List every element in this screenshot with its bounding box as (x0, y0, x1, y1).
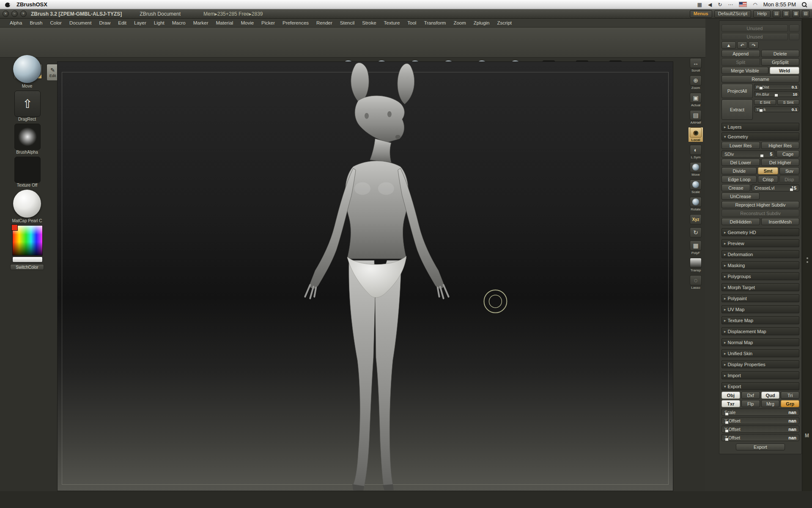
menu-item[interactable]: Layer (130, 19, 150, 28)
menu-item[interactable]: Zoom (450, 19, 469, 28)
export-slider[interactable]: Y Offset nan (721, 425, 799, 433)
menu-item[interactable]: Tool (403, 19, 420, 28)
thick-slider[interactable]: Thick 0.1 (754, 106, 799, 112)
layers-section-header[interactable]: Layers (721, 123, 799, 131)
projectall-button[interactable]: ProjectAll (721, 84, 753, 98)
unused-tool-slot[interactable]: Unused (721, 33, 788, 40)
suv-button[interactable]: Suv (779, 167, 799, 174)
current-brush-thumbnail[interactable] (13, 55, 41, 83)
zoom-window-button[interactable]: + (20, 11, 27, 17)
tool-section-header[interactable]: UV Map (721, 305, 799, 313)
slider-handle[interactable] (790, 188, 793, 191)
menu-item[interactable]: Alpha (6, 19, 26, 28)
tool-section-header[interactable]: Unified Skin (721, 349, 799, 357)
export-toggle-button[interactable]: Flp (741, 400, 760, 407)
export-toggle-button[interactable]: Obj (721, 392, 740, 399)
slider-handle[interactable] (725, 412, 729, 416)
alpha-selector[interactable] (14, 124, 41, 150)
secondary-color-bar[interactable] (12, 257, 43, 262)
extract-button[interactable]: Extract (721, 99, 753, 120)
slider-handle[interactable] (760, 154, 764, 157)
tool-section-header[interactable]: Polygroups (721, 272, 799, 280)
uncrease-button[interactable]: UnCrease (721, 193, 760, 200)
menubar-status-icon[interactable]: ▦ (697, 0, 702, 9)
edge-loop-button[interactable]: Edge Loop (721, 176, 757, 183)
menu-item[interactable]: Stencil (336, 19, 359, 28)
divide-button[interactable]: Divide (721, 167, 757, 174)
current-color-swatch[interactable] (11, 224, 18, 231)
collapsed-palette-tab[interactable]: M (805, 433, 809, 439)
export-button[interactable]: Export (736, 444, 785, 450)
tool-section-header[interactable]: Geometry HD (721, 228, 799, 236)
export-toggle-button[interactable]: Mrg (761, 400, 780, 407)
weld-button[interactable]: Weld (770, 67, 799, 74)
canvas-control-button[interactable]: ↻ (689, 227, 703, 237)
insertmesh-button[interactable]: InsertMesh (761, 218, 800, 225)
geometry-section-header[interactable]: Geometry (721, 133, 799, 141)
menu-item[interactable]: Marker (189, 19, 212, 28)
unused-tool-thumb[interactable] (789, 33, 799, 40)
export-slider[interactable]: Z Offset nan (721, 434, 799, 441)
slider-handle[interactable] (725, 421, 729, 424)
canvas-control-button[interactable]: ◌ Lasso (689, 275, 703, 290)
airport-icon[interactable]: ◠ (753, 0, 757, 9)
export-toggle-button[interactable]: Grp (781, 400, 799, 407)
canvas-control-button[interactable]: Scale (689, 179, 703, 194)
tool-up-button[interactable]: ▲ (721, 41, 736, 49)
switch-color-button[interactable]: SwitchColor (10, 264, 44, 270)
canvas-control-button[interactable]: ⊕ Zoom (689, 75, 703, 90)
canvas-control-button[interactable]: Move (689, 162, 703, 177)
menu-item[interactable]: Macro (168, 19, 189, 28)
menu-item[interactable]: Brush (26, 19, 46, 28)
slider-handle[interactable] (725, 429, 729, 433)
canvas-control-button[interactable]: ▤ AAHalf (689, 110, 703, 124)
undo-icon[interactable]: ↶ (737, 41, 747, 49)
minimize-window-button[interactable]: − (11, 11, 18, 17)
close-window-button[interactable]: × (3, 11, 9, 17)
slider-handle[interactable] (725, 438, 729, 441)
ui-layout-icon-2[interactable]: ▥ (782, 10, 790, 17)
menu-item[interactable]: Transform (420, 19, 450, 28)
disp-button[interactable]: Disp (779, 176, 799, 183)
texture-selector[interactable] (14, 157, 41, 183)
crisp-button[interactable]: Crisp (758, 176, 778, 183)
delete-button[interactable]: Delete (761, 50, 800, 57)
unused-tool-thumb[interactable] (789, 25, 799, 32)
reconstruct-subdiv-button[interactable]: Reconstruct Subdiv (721, 210, 799, 217)
menu-item[interactable]: Light (150, 19, 168, 28)
tool-section-header[interactable]: Preview (721, 239, 799, 247)
menubar-clock[interactable]: Mon 8:55 PM (763, 1, 796, 8)
menubar-status-icon[interactable]: ↻ (718, 0, 722, 9)
rename-button[interactable]: Rename (721, 75, 799, 83)
creaselvl-slider[interactable]: CreaseLvl 15 (752, 184, 799, 191)
export-toggle-button[interactable]: Txr (721, 400, 740, 407)
pa-dist-slider[interactable]: PA Dist 0.1 (754, 84, 799, 90)
tool-section-header[interactable]: Masking (721, 261, 799, 269)
export-slider[interactable]: Scale nan (721, 409, 799, 416)
export-toggle-button[interactable]: Dxf (741, 392, 760, 399)
tool-section-header[interactable]: Display Properties (721, 360, 799, 368)
canvas-control-button[interactable]: ◐ L.Sym (689, 145, 703, 159)
document-canvas[interactable] (57, 61, 673, 491)
menu-item[interactable]: Zscript (494, 19, 516, 28)
ui-layout-icon-1[interactable]: ▤ (773, 10, 780, 17)
split-button[interactable]: Split (721, 58, 760, 66)
help-button[interactable]: Help (753, 10, 771, 18)
slider-handle[interactable] (759, 109, 763, 112)
smt-button[interactable]: Smt (758, 167, 778, 174)
del-higher-button[interactable]: Del Higher (761, 159, 800, 166)
menubar-status-icon[interactable]: ⋯ (728, 0, 733, 9)
unused-tool-slot[interactable]: Unused (721, 25, 788, 32)
crease-button[interactable]: Crease (721, 184, 750, 191)
stroke-selector[interactable]: ⇧ (14, 91, 41, 117)
del-lower-button[interactable]: Del Lower (721, 159, 760, 166)
cage-button[interactable]: Cage (776, 150, 799, 157)
menu-item[interactable]: Render (313, 19, 336, 28)
menu-item[interactable]: Texture (380, 19, 404, 28)
redo-icon[interactable]: ↷ (749, 41, 759, 49)
menubar-status-icon[interactable]: ◀ (708, 0, 712, 9)
canvas-control-button[interactable]: Rotate (689, 197, 703, 211)
menu-item[interactable]: Stroke (358, 19, 380, 28)
tool-section-header[interactable]: Polypaint (721, 294, 799, 302)
menu-item[interactable]: Preferences (279, 19, 313, 28)
